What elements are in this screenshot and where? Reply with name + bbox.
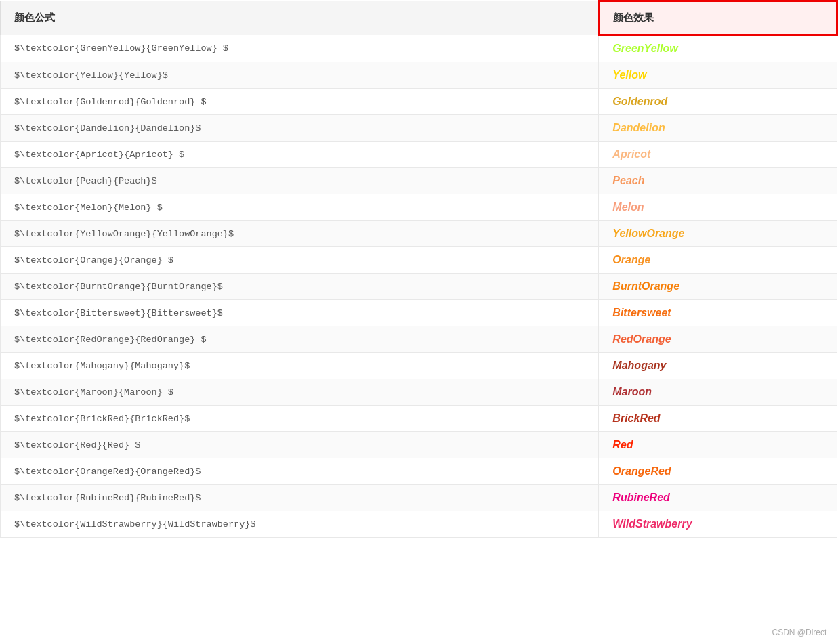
effect-cell: GreenYellow — [599, 35, 837, 62]
formula-cell: $\textcolor{Peach}{Peach}$ — [1, 168, 599, 194]
formula-cell: $\textcolor{WildStrawberry}{WildStrawber… — [1, 511, 599, 538]
effect-cell: Melon — [599, 194, 837, 221]
effect-cell: Red — [599, 432, 837, 458]
formula-cell: $\textcolor{Goldenrod}{Goldenrod} $ — [1, 89, 599, 115]
table-row: $\textcolor{GreenYellow}{GreenYellow} $G… — [1, 35, 837, 62]
effect-cell: Maroon — [599, 379, 837, 406]
table-row: $\textcolor{WildStrawberry}{WildStrawber… — [1, 511, 837, 538]
formula-cell: $\textcolor{GreenYellow}{GreenYellow} $ — [1, 35, 599, 62]
table-row: $\textcolor{Apricot}{Apricot} $Apricot — [1, 142, 837, 168]
effect-cell: BurntOrange — [599, 274, 837, 300]
table-row: $\textcolor{BurntOrange}{BurntOrange}$Bu… — [1, 274, 837, 300]
formula-cell: $\textcolor{RedOrange}{RedOrange} $ — [1, 326, 599, 353]
table-row: $\textcolor{Red}{Red} $Red — [1, 432, 837, 458]
formula-cell: $\textcolor{Red}{Red} $ — [1, 432, 599, 458]
formula-cell: $\textcolor{BrickRed}{BrickRed}$ — [1, 406, 599, 432]
effect-cell: Bittersweet — [599, 300, 837, 326]
table-row: $\textcolor{YellowOrange}{YellowOrange}$… — [1, 221, 837, 247]
table-row: $\textcolor{Dandelion}{Dandelion}$Dandel… — [1, 115, 837, 142]
effect-cell: Peach — [599, 168, 837, 194]
table-row: $\textcolor{Peach}{Peach}$Peach — [1, 168, 837, 194]
main-container: 颜色公式 颜色效果 $\textcolor{GreenYellow}{Green… — [0, 0, 838, 644]
table-row: $\textcolor{BrickRed}{BrickRed}$BrickRed — [1, 406, 837, 432]
formula-cell: $\textcolor{RubineRed}{RubineRed}$ — [1, 485, 599, 511]
table-row: $\textcolor{Yellow}{Yellow}$Yellow — [1, 62, 837, 89]
watermark: CSDN @Direct_ — [772, 628, 831, 637]
effect-cell: Yellow — [599, 62, 837, 89]
formula-cell: $\textcolor{OrangeRed}{OrangeRed}$ — [1, 458, 599, 485]
table-row: $\textcolor{Maroon}{Maroon} $Maroon — [1, 379, 837, 406]
table-row: $\textcolor{Mahogany}{Mahogany}$Mahogany — [1, 353, 837, 379]
effect-cell: RedOrange — [599, 326, 837, 353]
table-row: $\textcolor{Goldenrod}{Goldenrod} $Golde… — [1, 89, 837, 115]
table-row: $\textcolor{RedOrange}{RedOrange} $RedOr… — [1, 326, 837, 353]
effect-cell: RubineRed — [599, 485, 837, 511]
effect-cell: Goldenrod — [599, 89, 837, 115]
formula-cell: $\textcolor{Bittersweet}{Bittersweet}$ — [1, 300, 599, 326]
formula-cell: $\textcolor{Orange}{Orange} $ — [1, 247, 599, 274]
effect-cell: YellowOrange — [599, 221, 837, 247]
table-row: $\textcolor{Bittersweet}{Bittersweet}$Bi… — [1, 300, 837, 326]
effect-cell: Dandelion — [599, 115, 837, 142]
header-formula: 颜色公式 — [1, 1, 599, 35]
formula-cell: $\textcolor{BurntOrange}{BurntOrange}$ — [1, 274, 599, 300]
formula-cell: $\textcolor{Mahogany}{Mahogany}$ — [1, 353, 599, 379]
table-row: $\textcolor{OrangeRed}{OrangeRed}$Orange… — [1, 458, 837, 485]
table-row: $\textcolor{Orange}{Orange} $Orange — [1, 247, 837, 274]
formula-cell: $\textcolor{Yellow}{Yellow}$ — [1, 62, 599, 89]
formula-cell: $\textcolor{Apricot}{Apricot} $ — [1, 142, 599, 168]
effect-cell: BrickRed — [599, 406, 837, 432]
formula-cell: $\textcolor{Maroon}{Maroon} $ — [1, 379, 599, 406]
header-effect: 颜色效果 — [599, 1, 837, 35]
formula-cell: $\textcolor{Melon}{Melon} $ — [1, 194, 599, 221]
formula-cell: $\textcolor{Dandelion}{Dandelion}$ — [1, 115, 599, 142]
effect-cell: WildStrawberry — [599, 511, 837, 538]
effect-cell: Mahogany — [599, 353, 837, 379]
effect-cell: Apricot — [599, 142, 837, 168]
table-row: $\textcolor{Melon}{Melon} $Melon — [1, 194, 837, 221]
effect-cell: OrangeRed — [599, 458, 837, 485]
table-row: $\textcolor{RubineRed}{RubineRed}$Rubine… — [1, 485, 837, 511]
color-table: 颜色公式 颜色效果 $\textcolor{GreenYellow}{Green… — [0, 0, 838, 538]
effect-cell: Orange — [599, 247, 837, 274]
formula-cell: $\textcolor{YellowOrange}{YellowOrange}$ — [1, 221, 599, 247]
